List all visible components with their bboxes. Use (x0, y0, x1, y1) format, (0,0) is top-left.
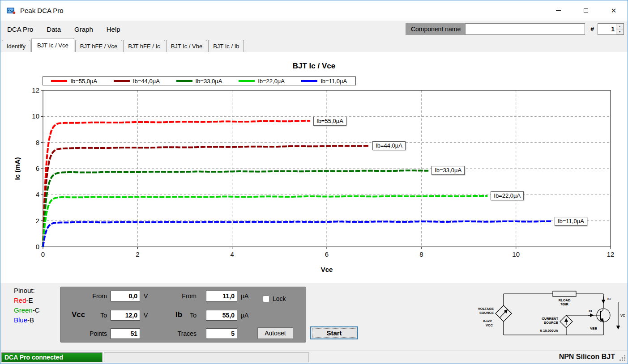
maximize-icon (584, 8, 588, 13)
resize-grip[interactable] (624, 360, 625, 361)
pinout-entry: Red-E (14, 296, 40, 305)
curve-end-label: Ib=55,0µA (313, 117, 346, 126)
legend-swatch (51, 80, 67, 82)
ib-from-label: From (165, 292, 197, 300)
x-tick-label: 8 (412, 250, 430, 258)
menu-help[interactable]: Help (100, 21, 127, 38)
curve-end-label: Ib=11,0µA (555, 217, 587, 226)
connection-status: DCA Pro connected (1, 352, 103, 362)
ib-to-input[interactable] (206, 310, 237, 321)
device-type-status: NPN Silicon BJT (559, 353, 615, 361)
x-tick-label: 4 (223, 250, 241, 258)
spin-down-button[interactable]: ▼ (616, 29, 624, 34)
circuit-label-vce: VCE (620, 313, 625, 317)
status-bar: DCA Pro connected NPN Silicon BJT (0, 351, 628, 364)
tab-bjt-ic-vbe[interactable]: BJT Ic / Vbe (166, 40, 208, 52)
circuit-label-voltage-source: SOURCE (479, 311, 494, 315)
circuit-label-ib: IB (589, 309, 592, 313)
plot-area (39, 89, 614, 251)
curve-Ib=11,0µA (43, 221, 551, 247)
close-icon: ✕ (611, 7, 617, 14)
x-tick-label: 0 (34, 250, 52, 258)
component-name-label[interactable]: Component name (406, 23, 465, 35)
maximize-button[interactable] (572, 0, 600, 21)
sweep-settings-panel: From V Vcc To V Points From µA Ib To µA … (60, 287, 306, 343)
component-number-input[interactable] (598, 24, 616, 34)
tab-bjt-ic-ib[interactable]: BJT Ic / Ib (208, 40, 244, 52)
circuit-label-vcc: VCC (486, 323, 493, 327)
menu-graph[interactable]: Graph (68, 21, 100, 38)
x-tick-label: 6 (318, 250, 336, 258)
ib-to-label: To (165, 312, 197, 319)
legend-entry: Ib=44,0µA (106, 78, 168, 85)
tab-bjt-ic-vce[interactable]: BJT Ic / Vce (31, 38, 74, 52)
legend-swatch (176, 80, 192, 82)
component-name-input[interactable] (465, 23, 585, 35)
component-number-spinner: ▲ ▼ (598, 23, 624, 35)
chart-legend: Ib=55,0µAIb=44,0µAIb=33,0µAIb=22,0µAIb=1… (43, 76, 356, 85)
autoset-button[interactable]: Autoset (257, 327, 293, 339)
ib-from-unit: µA (241, 292, 248, 300)
pinout-entry: Green-C (14, 305, 40, 315)
vcc-to-label: To (76, 312, 107, 319)
pinout-block: Pinout: Red-EGreen-CBlue-B (14, 286, 40, 325)
traces-input[interactable] (206, 328, 237, 339)
y-tick-label: 10 (25, 112, 39, 120)
curve-end-label: Ib=33,0µA (431, 166, 465, 175)
title-bar: Peak DCA Pro ✕ (0, 0, 628, 21)
vcc-to-unit: V (144, 312, 148, 319)
status-panel-empty (104, 352, 309, 362)
lock-checkbox[interactable] (263, 296, 269, 302)
tab-identify[interactable]: Identify (2, 40, 30, 52)
pinout-color-word: Blue (14, 316, 27, 324)
legend-swatch (114, 80, 130, 82)
menu-bar: DCA Pro Data Graph Help Component name #… (0, 21, 628, 38)
circuit-label-voltage-range: 0-12V (483, 319, 492, 323)
menu-dca-pro[interactable]: DCA Pro (0, 21, 40, 38)
controls-panel: Pinout: Red-EGreen-CBlue-B From V Vcc To… (0, 283, 628, 351)
component-number-hash: # (590, 25, 594, 33)
traces-label: Traces (165, 330, 197, 337)
legend-label: Ib=44,0µA (133, 78, 160, 85)
points-label: Points (76, 330, 107, 337)
pinout-color-word: Red (14, 296, 26, 304)
curve-end-label: Ib=22,0µA (491, 191, 524, 200)
pinout-pin-suffix: -C (33, 306, 40, 314)
legend-swatch (239, 80, 255, 82)
spin-up-button[interactable]: ▲ (616, 24, 624, 29)
curve-Ib=55,0µA (43, 121, 310, 247)
app-window: Peak DCA Pro ✕ DCA Pro Data Graph Help C… (0, 0, 628, 364)
pinout-title: Pinout: (14, 286, 40, 296)
pinout-lines: Red-EGreen-CBlue-B (14, 296, 40, 325)
pinout-entry: Blue-B (14, 315, 40, 325)
tab-strip: Identify BJT Ic / Vce BJT hFE / Vce BJT … (0, 38, 628, 52)
y-tick-label: 8 (25, 139, 39, 146)
legend-entry: Ib=33,0µA (168, 78, 231, 85)
legend-label: Ib=55,0µA (70, 78, 97, 85)
ib-from-input[interactable] (206, 291, 237, 301)
circuit-label-voltage: VOLTAGE (478, 307, 494, 311)
legend-entry: Ib=11,0µA (293, 78, 355, 85)
vcc-from-input[interactable] (111, 291, 140, 301)
vcc-to-input[interactable] (111, 310, 140, 321)
legend-label: Ib=33,0µA (196, 78, 222, 85)
pinout-pin-suffix: -B (27, 316, 34, 324)
curve-Ib=33,0µA (43, 170, 428, 247)
x-tick-label: 2 (128, 250, 146, 258)
start-button[interactable]: Start (310, 326, 358, 339)
circuit-label-ic: IC (607, 297, 611, 301)
menu-data[interactable]: Data (40, 21, 68, 38)
y-tick-label: 2 (25, 217, 39, 224)
legend-entry: Ib=22,0µA (231, 78, 293, 85)
x-tick-label: 12 (602, 250, 619, 258)
close-button[interactable]: ✕ (600, 0, 628, 21)
minimize-button[interactable] (544, 0, 572, 21)
tab-bjt-hfe-vce[interactable]: BJT hFE / Vce (75, 40, 123, 52)
points-input[interactable] (111, 328, 140, 339)
tab-bjt-hfe-ic[interactable]: BJT hFE / Ic (123, 40, 165, 52)
circuit-label-current-range: 0-10,000UA (540, 329, 559, 333)
legend-entry: Ib=55,0µA (43, 78, 106, 85)
legend-swatch (301, 80, 317, 82)
y-axis-label: Ic (mA) (13, 146, 21, 191)
window-buttons: ✕ (544, 0, 628, 21)
